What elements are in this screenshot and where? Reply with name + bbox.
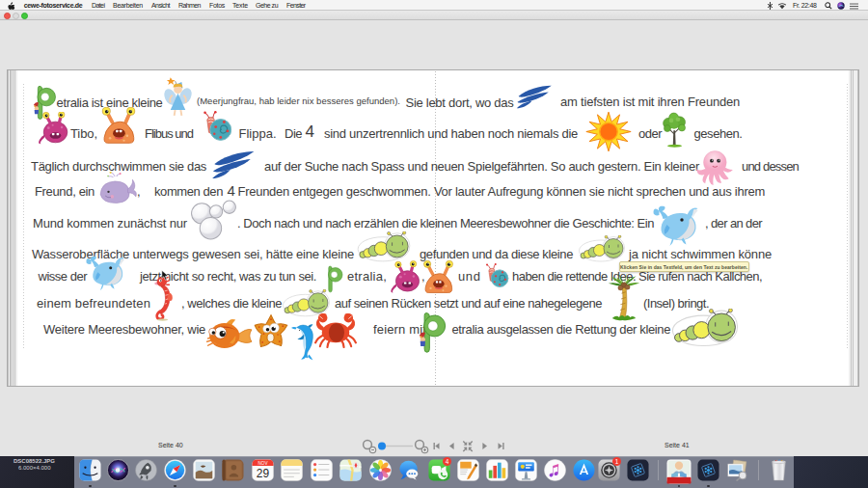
svg-text:29: 29 xyxy=(256,467,269,480)
svg-text:NOV: NOV xyxy=(258,461,268,466)
